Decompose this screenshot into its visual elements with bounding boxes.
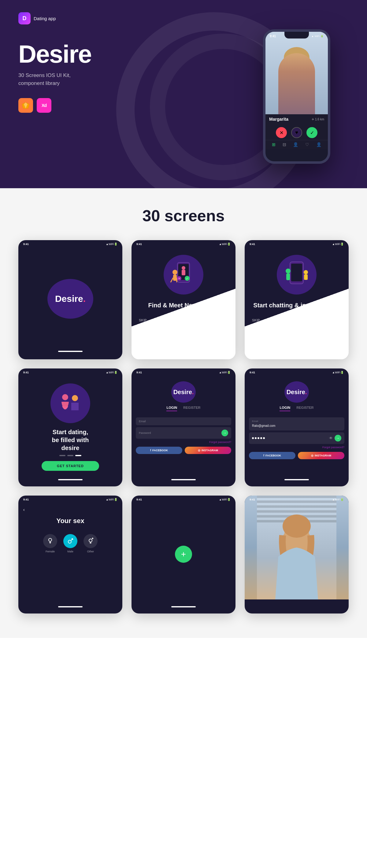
hero-subtitle: 30 Screens IOS UI Kit, component library <box>18 71 281 87</box>
register-tab-2[interactable]: REGISTER <box>297 406 313 411</box>
dot-1b <box>290 313 296 315</box>
profile-section: Margarita ✈ 1.6 km <box>265 114 328 124</box>
reject-button[interactable]: ✕ <box>276 127 287 138</box>
login-filled-logo-circle: Desire. <box>284 381 309 403</box>
screen-login-filled: 9:41 ▲WiFi🔋 Desire. LOGIN REGISTER <box>245 369 349 487</box>
nav-heart-icon[interactable]: ♡ <box>305 142 309 147</box>
svg-point-5 <box>284 47 310 68</box>
forgot-password-link-2[interactable]: Forgot password? <box>245 446 349 449</box>
mini-status-1: 9:41 ▲WiFi🔋 <box>18 240 122 247</box>
login-tab-2[interactable]: LOGIN <box>280 406 290 411</box>
svg-point-11 <box>182 266 185 270</box>
password-field[interactable]: Password → <box>136 427 231 439</box>
social-login-buttons: f FACEBOOK ◎ INSTAGRAM <box>132 447 235 458</box>
get-started-button[interactable]: GET STARTED <box>41 461 99 471</box>
hero-section: D Dating app Desire 30 Screens IOS UI Ki… <box>0 0 367 188</box>
dot-1 <box>176 313 182 315</box>
nav-grid-icon[interactable]: ⊟ <box>283 142 286 147</box>
login-filled-fields: Email Ralo@gmail.com 👁 <box>245 417 349 446</box>
nav-people-icon[interactable]: 👤 <box>293 142 298 147</box>
nav-profile-icon[interactable]: 👤 <box>316 142 321 147</box>
onboard2-content: Start chatting & invite to meet SKIP NEX… <box>245 247 349 351</box>
email-filled-field[interactable]: Email Ralo@gmail.com <box>249 417 344 431</box>
svg-point-25 <box>72 395 78 401</box>
svg-point-23 <box>54 386 87 420</box>
login-filled-content: Desire. LOGIN REGISTER Email Ralo@gmail.… <box>245 375 349 479</box>
svg-point-9 <box>172 270 177 275</box>
male-icon[interactable] <box>63 534 77 548</box>
next-button-2[interactable]: NEXT <box>333 318 341 322</box>
onboard1-dots <box>176 313 191 315</box>
mini-status-5: 9:41 ▲WiFi🔋 <box>132 369 235 375</box>
facebook-login-button-2[interactable]: f FACEBOOK <box>249 452 295 459</box>
login-empty-content: Desire. LOGIN REGISTER Email Password → <box>132 375 235 479</box>
sex-male[interactable]: Male <box>63 534 77 553</box>
mini-status-4: 9:41 ▲WiFi🔋 <box>18 369 122 375</box>
instagram-login-button-2[interactable]: ◎ INSTAGRAM <box>298 452 344 459</box>
screens-row1: 9:41 ▲WiFi🔋 Desire. 9:41 ▲WiFi🔋 <box>18 240 349 359</box>
hero-left: Desire 30 Screens IOS UI Kit, component … <box>18 35 281 113</box>
login-tab[interactable]: LOGIN <box>166 406 177 411</box>
onboard2-nav[interactable]: SKIP NEXT <box>250 316 344 322</box>
password-filled-field[interactable]: 👁 → <box>249 432 344 444</box>
facebook-login-button[interactable]: f FACEBOOK <box>136 447 182 454</box>
female-icon[interactable] <box>43 534 57 548</box>
accept-button[interactable]: ✓ <box>306 127 317 138</box>
phone-frame: 9:41 ▲ WiFi 🔋 <box>263 29 330 164</box>
status-icons: ▲ WiFi 🔋 <box>311 35 323 38</box>
splash-logo-circle: Desire. <box>48 279 93 319</box>
screen-profile-photo: 9:41 ▲WiFi🔋 <box>245 496 349 614</box>
next-button-1[interactable]: NEXT <box>219 318 228 322</box>
svg-rect-2 <box>265 32 328 114</box>
mini-status-9: 9:41 ▲WiFi🔋 <box>245 496 349 502</box>
svg-text:+: + <box>178 277 180 280</box>
screen-onboard1: 9:41 ▲WiFi🔋 <box>132 240 235 359</box>
photo-background <box>245 496 349 599</box>
email-field[interactable]: Email <box>136 417 231 425</box>
instagram-login-button[interactable]: ◎ INSTAGRAM <box>185 447 231 454</box>
toggle-password-icon[interactable]: 👁 <box>329 436 333 440</box>
start-dating-dots <box>59 455 81 456</box>
home-indicator-7 <box>58 606 83 608</box>
register-tab[interactable]: REGISTER <box>183 406 200 411</box>
screen-start-dating: 9:41 ▲WiFi🔋 <box>18 369 122 487</box>
login-tabs: LOGIN REGISTER <box>136 406 231 411</box>
home-indicator-4 <box>58 479 83 480</box>
start-dating-text: Start dating, be filled with desire <box>52 428 89 452</box>
sketch-badge <box>18 98 33 113</box>
app-icon: D <box>18 12 31 25</box>
like-button[interactable]: ♥ <box>291 127 302 138</box>
other-icon[interactable] <box>84 534 97 548</box>
hero-title: Desire <box>18 41 281 67</box>
onboard1-nav[interactable]: SKIP NEXT <box>136 316 231 322</box>
forgot-password-link[interactable]: Forgot password? <box>132 440 235 444</box>
hero-phone: 9:41 ▲ WiFi 🔋 <box>263 29 330 164</box>
back-button[interactable]: ‹ <box>23 507 117 512</box>
dot-2b <box>298 313 304 315</box>
mini-status-6: 9:41 ▲WiFi🔋 <box>245 369 349 375</box>
password-filled-submit[interactable]: → <box>335 435 341 441</box>
social-login-buttons-2: f FACEBOOK ◎ INSTAGRAM <box>245 452 349 463</box>
svg-rect-20 <box>286 274 290 280</box>
svg-point-19 <box>286 269 290 274</box>
sex-other[interactable]: Other <box>84 534 97 553</box>
plus-button[interactable]: + <box>175 546 192 563</box>
dot-2 <box>185 313 191 315</box>
sex-female[interactable]: Female <box>43 534 57 553</box>
screen-onboard2: 9:41 ▲WiFi🔋 <box>245 240 349 359</box>
skip-button-1[interactable]: SKIP <box>139 318 147 322</box>
onboard2-illustration <box>277 255 316 294</box>
mini-status-8: 9:41 ▲WiFi🔋 <box>132 496 235 502</box>
password-submit[interactable]: → <box>221 430 228 436</box>
mini-status-2: 9:41 ▲WiFi🔋 <box>132 240 235 247</box>
sex-options: Female Male Other <box>23 534 117 553</box>
svg-rect-22 <box>304 274 308 280</box>
profile-name: Margarita <box>269 117 288 122</box>
skip-button-2[interactable]: SKIP <box>252 318 260 322</box>
screens-row3: 9:41 ▲WiFi🔋 ‹ Your sex Female <box>18 496 349 614</box>
phone-actions: ✕ ♥ ✓ <box>265 124 328 140</box>
hero-content: Desire 30 Screens IOS UI Kit, component … <box>18 35 349 170</box>
profile-distance: ✈ 1.6 km <box>312 118 324 121</box>
svg-point-48 <box>283 515 311 538</box>
nav-cards-icon[interactable]: ⊞ <box>272 142 276 147</box>
